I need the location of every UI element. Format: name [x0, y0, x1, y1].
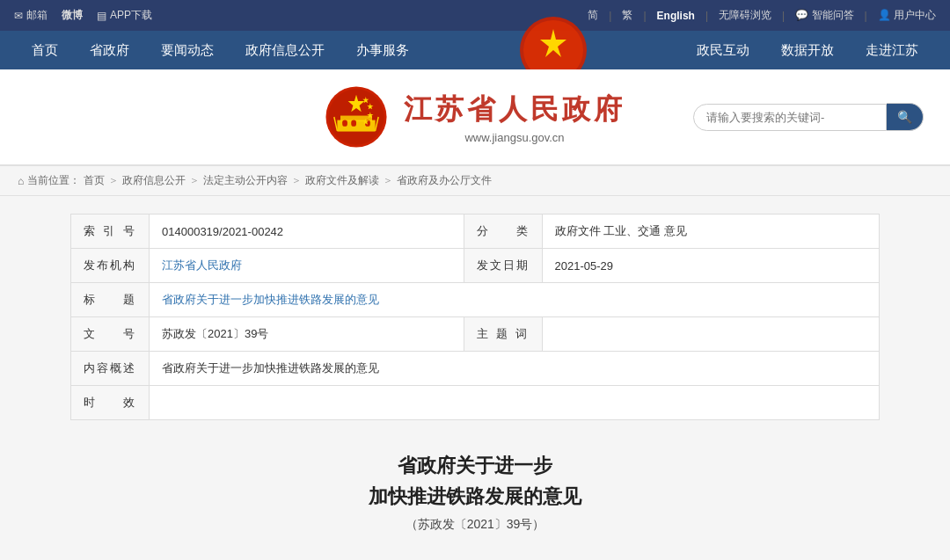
trad-link[interactable]: 繁 [622, 8, 632, 23]
doc-title-line2: 加快推进铁路发展的意见 [369, 485, 581, 507]
ai-link[interactable]: 💬 智能问答 [795, 8, 853, 23]
doc-title: 省政府关于进一步 加快推进铁路发展的意见 [79, 450, 871, 512]
search-button[interactable]: 🔍 [887, 103, 924, 131]
header-search: 🔍 [693, 103, 924, 131]
user-link[interactable]: 👤 用户中心 [878, 8, 936, 23]
label-keywords: 主 题 词 [464, 317, 542, 352]
sep-4: ＞ [383, 173, 393, 188]
divider-3: | [705, 10, 708, 22]
breadcrumb: ⌂ 当前位置： 首页 ＞ 政府信息公开 ＞ 法定主动公开内容 ＞ 政府文件及解读… [0, 165, 950, 196]
label-index: 索 引 号 [71, 215, 150, 249]
table-row: 标 题 省政府关于进一步加快推进铁路发展的意见 [71, 283, 880, 317]
value-date: 2021-05-29 [542, 249, 880, 283]
simple-link[interactable]: 简 [588, 8, 598, 23]
site-title: 江苏省人民政府 [404, 91, 625, 129]
svg-rect-7 [342, 120, 347, 127]
divider-4: | [782, 10, 785, 22]
mail-label: 邮箱 [26, 8, 48, 23]
sep-1: ＞ [108, 173, 119, 188]
nav-interaction[interactable]: 政民互动 [683, 31, 764, 69]
value-keywords [542, 317, 880, 352]
svg-rect-8 [351, 120, 356, 127]
table-row: 索 引 号 014000319/2021-00242 分 类 政府文件 工业、交… [71, 215, 880, 249]
search-icon: 🔍 [897, 110, 912, 124]
breadcrumb-current: 省政府及办公厅文件 [397, 173, 492, 188]
value-title[interactable]: 省政府关于进一步加快推进铁路发展的意见 [150, 283, 880, 317]
doc-heading: 省政府关于进一步 加快推进铁路发展的意见 （苏政发〔2021〕39号） [70, 441, 880, 542]
label-date: 发文日期 [464, 249, 542, 283]
site-header: 江苏省人民政府 www.jiangsu.gov.cn 🔍 [0, 69, 950, 165]
divider-1: | [609, 10, 611, 22]
weibo-link[interactable]: 微博 [62, 8, 83, 23]
breadcrumb-prefix: 当前位置： [27, 173, 80, 188]
ai-label: 智能问答 [812, 9, 854, 21]
app-link[interactable]: ▤ APP下载 [97, 8, 152, 23]
sep-2: ＞ [189, 173, 200, 188]
search-input[interactable] [693, 104, 887, 131]
value-validity [150, 386, 880, 420]
mail-link[interactable]: 邮箱 [14, 8, 48, 23]
table-row: 内容概述 省政府关于进一步加快推进铁路发展的意见 [71, 352, 880, 386]
user-icon: 👤 [878, 9, 891, 21]
label-issuer: 发布机构 [71, 249, 150, 283]
nav-bar: 首页 省政府 要闻动态 政府信息公开 办事服务 政民互动 数据开放 走进江苏 [0, 31, 950, 69]
label-docno: 文 号 [71, 317, 150, 352]
nav-info-disclosure[interactable]: 政府信息公开 [231, 31, 339, 69]
value-issuer[interactable]: 江苏省人民政府 [150, 249, 464, 283]
weibo-icon: 微博 [62, 8, 83, 23]
value-docno: 苏政发〔2021〕39号 [150, 317, 464, 352]
mail-icon [14, 10, 23, 22]
ai-icon: 💬 [795, 9, 808, 21]
value-index: 014000319/2021-00242 [150, 215, 464, 249]
nav-jiangsu[interactable]: 走进江苏 [851, 31, 932, 69]
main-content: 索 引 号 014000319/2021-00242 分 类 政府文件 工业、交… [0, 196, 950, 560]
nav-spacer [427, 31, 679, 69]
nav-provincial-gov[interactable]: 省政府 [76, 31, 143, 69]
top-bar: 邮箱 微博 ▤ APP下载 简 | 繁 | English | 无障碍浏览 | … [0, 0, 950, 31]
english-link[interactable]: English [657, 10, 695, 22]
app-icon: ▤ [97, 10, 106, 22]
breadcrumb-home[interactable]: 首页 [84, 173, 105, 188]
app-label: APP下载 [110, 8, 152, 23]
top-bar-left: 邮箱 微博 ▤ APP下载 [14, 8, 152, 23]
user-label: 用户中心 [894, 9, 936, 21]
nav-data-open[interactable]: 数据开放 [767, 31, 848, 69]
home-icon: ⌂ [18, 175, 24, 187]
accessible-link[interactable]: 无障碍浏览 [719, 8, 771, 23]
divider-5: | [865, 10, 867, 22]
value-summary: 省政府关于进一步加快推进铁路发展的意见 [150, 352, 880, 386]
label-category: 分 类 [464, 215, 542, 249]
doc-meta-table: 索 引 号 014000319/2021-00242 分 类 政府文件 工业、交… [70, 214, 880, 420]
nav-news[interactable]: 要闻动态 [147, 31, 228, 69]
top-bar-right: 简 | 繁 | English | 无障碍浏览 | 💬 智能问答 | 👤 用户中… [588, 8, 936, 23]
table-row: 发布机构 江苏省人民政府 发文日期 2021-05-29 [71, 249, 880, 283]
label-validity: 时 效 [71, 386, 150, 420]
value-category: 政府文件 工业、交通 意见 [542, 215, 880, 249]
nav-home[interactable]: 首页 [18, 31, 72, 69]
breadcrumb-item-3[interactable]: 政府文件及解读 [305, 173, 379, 188]
label-title: 标 题 [71, 283, 150, 317]
site-url: www.jiangsu.gov.cn [404, 131, 625, 144]
breadcrumb-item-2[interactable]: 法定主动公开内容 [203, 173, 288, 188]
table-row: 文 号 苏政发〔2021〕39号 主 题 词 [71, 317, 880, 352]
nav-services[interactable]: 办事服务 [342, 31, 423, 69]
doc-title-line1: 省政府关于进一步 [398, 455, 552, 476]
breadcrumb-item-1[interactable]: 政府信息公开 [122, 173, 186, 188]
table-row: 时 效 [71, 386, 880, 420]
label-summary: 内容概述 [71, 352, 150, 386]
doc-number: （苏政发〔2021〕39号） [79, 517, 871, 533]
header-emblem [325, 85, 388, 149]
header-center: 江苏省人民政府 www.jiangsu.gov.cn [404, 91, 625, 144]
divider-2: | [643, 10, 646, 22]
sep-3: ＞ [291, 173, 302, 188]
